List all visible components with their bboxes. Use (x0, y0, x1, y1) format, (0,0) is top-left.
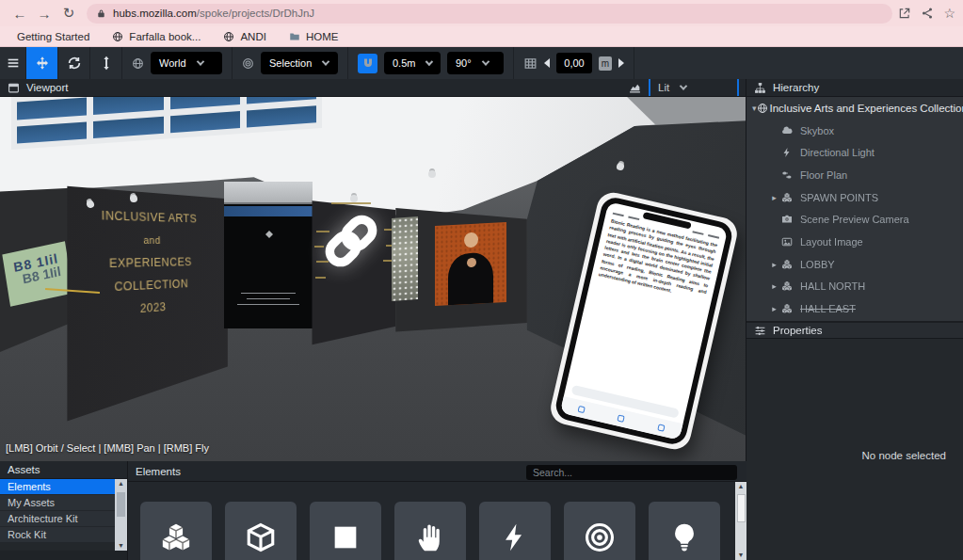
elements-header: Elements (128, 461, 746, 482)
hierarchy-node-label: HALL NORTH (800, 280, 865, 292)
snap-settings-group: 0.5m 90° (348, 47, 514, 79)
shoe-prints-icon (781, 169, 798, 181)
globe-icon (757, 103, 768, 114)
box-element[interactable] (225, 502, 297, 560)
chevron-down-icon (425, 58, 433, 66)
scroll-down-icon[interactable]: ▼ (738, 551, 745, 560)
box-icon (245, 521, 277, 553)
hierarchy-node[interactable]: ▸LOBBY (746, 253, 963, 276)
cloud-icon (781, 125, 798, 136)
hierarchy-node[interactable]: Scene Preview Camera (746, 208, 963, 231)
forward-icon[interactable]: → (32, 6, 56, 22)
bookmark-star-icon[interactable]: ☆ (943, 6, 955, 21)
scroll-up-icon[interactable]: ▲ (738, 482, 745, 491)
viewport-controls-hint: [LMB] Orbit / Select | [MMB] Pan | [RMB]… (6, 442, 209, 454)
hierarchy-node-label: Scene Preview Camera (800, 214, 909, 225)
grid-icon[interactable] (523, 56, 538, 71)
spawn-point-element[interactable] (564, 502, 635, 560)
elements-scrollbar[interactable]: ▲ ▼ (735, 482, 746, 560)
hierarchy-node[interactable]: Layout Image (746, 231, 963, 253)
translate-tool-button[interactable] (26, 47, 58, 79)
search-input[interactable] (526, 465, 737, 480)
elements-grid (140, 502, 720, 560)
hierarchy-node[interactable]: ▸SPAWN POINTS (746, 186, 963, 209)
lock-icon (96, 8, 106, 19)
hierarchy-node-label: SPAWN POINTS (800, 192, 878, 203)
caret-right-icon[interactable]: ▸ (767, 281, 781, 291)
caret-right-icon[interactable]: ▸ (767, 260, 781, 269)
right-panel: Hierarchy ▾Inclusive Arts and Experience… (746, 79, 963, 560)
spawner-element[interactable] (394, 502, 466, 560)
grid-height-field[interactable]: 0,00 (556, 53, 592, 73)
bookmark-item[interactable]: Getting Started (11, 31, 89, 42)
bookmark-item[interactable]: ANDI (223, 31, 265, 42)
menu-hamburger-icon[interactable] (0, 47, 26, 79)
globe-dark-icon (112, 31, 123, 42)
cubes-icon (781, 192, 798, 203)
decrease-grid-height-icon[interactable] (544, 58, 550, 68)
bulb-icon (668, 521, 700, 553)
asset-source-my-assets[interactable]: My Assets (0, 495, 115, 511)
chevron-down-icon (680, 82, 687, 89)
hierarchy-node-label: Layout Image (800, 236, 863, 248)
asset-source-elements[interactable]: Elements (0, 479, 115, 495)
hierarchy-node[interactable]: ▸HALL NORTH (746, 276, 963, 298)
asset-source-architecture-kit[interactable]: Architecture Kit (0, 511, 115, 527)
viewport-3d-scene[interactable]: B8 1Iil B8 1Iil INCLUSIVE ARTSandEXPERIE… (0, 97, 746, 461)
back-icon[interactable]: ← (8, 6, 32, 22)
lamp-element[interactable] (649, 502, 720, 560)
transform-space-dropdown[interactable]: World (151, 52, 222, 74)
asset-source-rock-kit[interactable]: Rock Kit (0, 527, 115, 543)
increase-grid-height-icon[interactable] (618, 58, 624, 68)
transform-pivot-dropdown[interactable]: Selection (261, 52, 338, 74)
hierarchy-node[interactable]: Skybox (746, 120, 963, 142)
share-icon[interactable] (921, 7, 934, 20)
exhibition-title-line: EXPERIENCES (88, 251, 209, 276)
sign-language-video (435, 222, 506, 306)
url-text: hubs.mozilla.com/spoke/projects/DrDhJnJ (113, 8, 314, 19)
hierarchy-node[interactable]: Floor Plan (746, 164, 963, 186)
cubes-icon (781, 259, 798, 270)
hierarchy-node-label: Skybox (800, 125, 834, 136)
group-element[interactable] (140, 502, 212, 560)
snap-toggle-button[interactable] (358, 54, 377, 73)
browser-address-bar: ← → ↻ hubs.mozilla.com/spoke/projects/Dr… (0, 0, 963, 26)
viewport-title: Viewport (26, 82, 69, 93)
hierarchy-node[interactable]: ▾Inclusive Arts and Experiences Collecti… (746, 97, 963, 120)
reload-icon[interactable]: ↻ (56, 5, 81, 22)
rotate-tool-button[interactable] (58, 47, 90, 79)
chain-link-logo (320, 210, 382, 272)
bolt-lg-icon (499, 521, 531, 553)
cubes-icon (781, 303, 798, 314)
exhibition-title-line: and (88, 228, 208, 252)
bookmark-item[interactable]: Farfalla book... (112, 31, 201, 42)
hierarchy-node-label: HALL EAST (800, 303, 856, 314)
url-bar[interactable]: hubs.mozilla.com/spoke/projects/DrDhJnJ (87, 4, 892, 24)
hierarchy-node-label: Inclusive Arts and Experiences Collectio… (770, 103, 963, 114)
light-element[interactable] (479, 502, 551, 560)
chevron-down-icon (481, 57, 489, 65)
scroll-down-icon[interactable]: ▼ (118, 541, 124, 551)
scale-tool-button[interactable] (90, 47, 122, 79)
caret-right-icon[interactable]: ▸ (767, 304, 781, 313)
snap-translate-dropdown[interactable]: 0.5m (384, 52, 441, 74)
square-icon (329, 521, 361, 553)
exhibition-title-line: INCLUSIVE ARTS (88, 203, 208, 231)
scroll-up-icon[interactable]: ▲ (118, 479, 124, 488)
camera-icon (781, 214, 798, 225)
hierarchy-node[interactable]: ▸HALL EAST (746, 297, 963, 320)
bookmark-item[interactable]: HOME (289, 31, 339, 42)
caret-right-icon[interactable]: ▸ (767, 193, 781, 202)
scene-gallery-opening (224, 182, 313, 328)
open-in-new-icon[interactable] (898, 7, 911, 20)
hierarchy-node[interactable]: Directional Light (746, 141, 963, 164)
hierarchy-header: Hierarchy (746, 79, 963, 97)
bullseye-lg-icon (584, 521, 616, 553)
window-icon (8, 82, 20, 94)
phone-article-text: Bionic Reading is a new method facilitat… (598, 217, 718, 302)
plane-element[interactable] (310, 502, 381, 560)
assets-scrollbar[interactable]: ▲ ▼ (115, 479, 127, 551)
scene-exhibition-title: INCLUSIVE ARTSandEXPERIENCESCOLLECTION20… (88, 203, 210, 325)
snap-rotate-dropdown[interactable]: 90° (447, 52, 504, 74)
render-mode-dropdown[interactable]: Lit (650, 79, 737, 96)
